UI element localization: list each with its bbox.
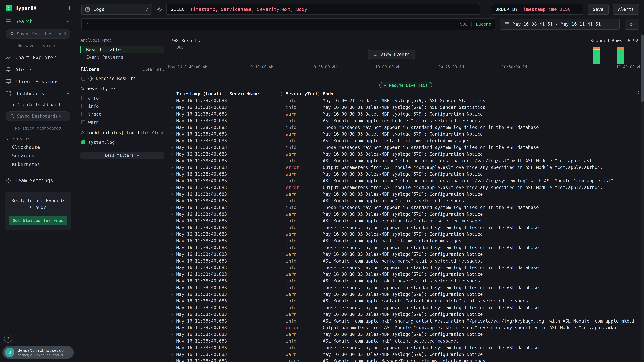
sidebar-item-alerts[interactable]: Alerts (0, 63, 76, 75)
checkbox[interactable] (81, 76, 85, 81)
preset-item[interactable]: Services (0, 151, 76, 160)
lucene-language-option[interactable]: Lucene (476, 22, 491, 26)
sidebar-collapse-icon[interactable] (64, 5, 70, 11)
mode-results-table[interactable]: Results Table (80, 46, 164, 53)
log-row[interactable]: ›May 16 11:38:40.683 AMtraceASL Module "… (168, 358, 644, 362)
log-row[interactable]: ›May 16 11:38:40.683 AMinfoASL Module "c… (168, 157, 644, 164)
saved-dashboards-box[interactable]: ⌘ K (6, 111, 70, 121)
log-row[interactable]: ›May 16 11:38:40.683 AMinfoASL Module "c… (168, 198, 644, 204)
save-button[interactable]: Save (588, 4, 608, 15)
log-row[interactable]: ›May 16 11:38:40.683 AMerrorOutput param… (168, 324, 644, 331)
row-expand-icon[interactable]: › (171, 305, 176, 310)
query-settings-gear-icon[interactable] (156, 6, 162, 12)
log-row[interactable]: ›May 16 11:38:40.683 AMwarnMay 16 00:30:… (168, 331, 644, 338)
row-expand-icon[interactable]: › (171, 285, 176, 290)
log-row[interactable]: ›May 16 11:38:40.683 AMerrorOutput param… (168, 184, 644, 191)
log-row[interactable]: ›May 16 11:38:40.683 AMwarnMay 16 00:30:… (168, 131, 644, 137)
sidebar-item-dashboards[interactable]: Dashboards (0, 87, 76, 100)
row-expand-icon[interactable]: › (171, 225, 176, 230)
alerts-button[interactable]: Alerts (613, 4, 639, 15)
log-row[interactable]: ›May 16 11:38:40.683 AMinfoThose message… (168, 284, 644, 291)
run-query-button[interactable]: ▷ (625, 18, 639, 30)
log-row[interactable]: ›May 16 11:38:40.683 AMinfoASL Module "c… (168, 278, 644, 284)
clear-group-link[interactable]: Clear (152, 130, 164, 135)
log-row[interactable]: ›May 16 11:38:40.683 AMinfoThose message… (168, 144, 644, 151)
row-expand-icon[interactable]: › (171, 125, 176, 130)
row-expand-icon[interactable]: › (171, 105, 176, 110)
row-expand-icon[interactable]: › (171, 265, 176, 270)
log-row[interactable]: ›May 16 11:38:40.683 AMwarnMay 16 00:30:… (168, 251, 644, 258)
log-row[interactable]: ›May 16 11:38:40.683 AMinfoASL Module "c… (168, 178, 644, 184)
saved-searches-box[interactable]: ⌘ K (6, 29, 70, 39)
log-row[interactable]: ›May 16 11:38:40.683 AMinfoASL Module "c… (168, 338, 644, 345)
create-dashboard-button[interactable]: + Create Dashboard (0, 100, 76, 110)
row-expand-icon[interactable]: › (171, 111, 176, 117)
filter-option[interactable]: warn (80, 118, 164, 126)
less-filters-button[interactable]: Less filters (80, 152, 164, 159)
row-expand-icon[interactable]: › (171, 138, 176, 143)
checkbox[interactable] (81, 96, 85, 100)
saved-dashboards-input[interactable] (17, 114, 57, 118)
row-expand-icon[interactable]: › (171, 245, 176, 250)
presets-toggle[interactable]: PRESETS (0, 134, 76, 143)
row-expand-icon[interactable]: › (171, 339, 176, 344)
row-expand-icon[interactable]: › (171, 258, 176, 264)
source-select[interactable]: Logs (81, 4, 152, 15)
log-row[interactable]: ›May 16 11:38:40.683 AMinfoASL Module "c… (168, 318, 644, 324)
histogram-bar[interactable] (592, 46, 600, 63)
log-row[interactable]: ›May 16 11:38:40.683 AMinfoMay 16 00:06:… (168, 104, 644, 111)
row-expand-icon[interactable]: › (171, 232, 176, 237)
row-expand-icon[interactable]: › (171, 298, 176, 304)
date-range-picker[interactable]: May 16 08:41:51 - May 16 11:41:51 (500, 18, 620, 30)
log-row[interactable]: ›May 16 11:38:40.683 AMinfoThose message… (168, 304, 644, 311)
log-row[interactable]: ›May 16 11:38:40.683 AMerrorOutput param… (168, 164, 644, 171)
filter-group-logattributes[interactable]: LogAttributes['log.file.nam Clear (80, 130, 164, 135)
clear-all-filters-link[interactable]: Clear all (142, 67, 164, 72)
order-by-input[interactable]: ORDER BY TimestampTime DESC (491, 4, 584, 15)
filter-option[interactable]: trace (80, 110, 164, 118)
row-expand-icon[interactable]: › (171, 272, 176, 277)
checkbox[interactable] (81, 120, 85, 124)
row-expand-icon[interactable]: › (171, 325, 176, 330)
log-row[interactable]: ›May 16 11:38:40.683 AMwarnMay 16 00:30:… (168, 151, 644, 157)
saved-searches-input[interactable] (17, 31, 57, 36)
chevron-up-icon[interactable] (66, 91, 70, 96)
log-row[interactable]: ›May 16 11:38:40.683 AMwarnMay 16 00:30:… (168, 231, 644, 238)
log-row[interactable]: ›May 16 11:38:40.683 AMwarnMay 16 00:30:… (168, 271, 644, 278)
sidebar-item-chart-explorer[interactable]: Chart Explorer (0, 51, 76, 63)
row-expand-icon[interactable]: › (171, 352, 176, 357)
help-button[interactable]: ? (4, 335, 12, 343)
checkbox[interactable] (81, 140, 85, 144)
log-row[interactable]: ›May 16 11:38:40.683 AMinfoASL Module "c… (168, 298, 644, 304)
filter-group-severity[interactable]: SeverityText (80, 86, 164, 91)
sql-language-option[interactable]: SQL (460, 22, 468, 26)
log-row[interactable]: ›May 16 11:38:40.683 AMwarnMay 16 00:30:… (168, 171, 644, 178)
row-expand-icon[interactable]: › (171, 145, 176, 150)
row-expand-icon[interactable]: › (171, 332, 176, 337)
row-expand-icon[interactable]: › (171, 171, 176, 177)
log-row[interactable]: ›May 16 11:38:40.683 AMinfoThose message… (168, 244, 644, 251)
log-row[interactable]: ›May 16 11:38:40.683 AMinfoThose message… (168, 124, 644, 131)
log-row[interactable]: ›May 16 11:38:40.683 AMinfoASL Module "c… (168, 238, 644, 244)
checkbox[interactable] (81, 104, 85, 108)
row-expand-icon[interactable]: › (171, 218, 176, 224)
log-row[interactable]: ›May 16 11:38:40.683 AMwarnMay 16 00:30:… (168, 311, 644, 318)
log-row[interactable]: ›May 16 11:38:40.683 AMinfoMay 16 00:21:… (168, 97, 644, 104)
row-expand-icon[interactable]: › (171, 165, 176, 170)
log-row[interactable]: ›May 16 11:38:40.683 AMinfoASL Module "c… (168, 258, 644, 264)
row-expand-icon[interactable]: › (171, 312, 176, 317)
checkbox[interactable] (81, 112, 85, 116)
log-row[interactable]: ›May 16 11:38:40.683 AMinfoASL Module "c… (168, 217, 644, 224)
select-clause-input[interactable]: SELECT Timestamp, ServiceName, SeverityT… (166, 4, 480, 15)
row-expand-icon[interactable]: › (171, 252, 176, 257)
log-row[interactable]: ›May 16 11:38:40.683 AMinfoThose message… (168, 224, 644, 231)
filter-option[interactable]: info (80, 102, 164, 110)
denoise-results-toggle[interactable]: Denoise Results (81, 76, 164, 81)
row-expand-icon[interactable]: › (171, 212, 176, 217)
user-menu[interactable]: D demos@clickhouse.com demos@clickhouse.… (2, 346, 74, 359)
scrollbar-track[interactable] (641, 34, 644, 361)
row-expand-icon[interactable]: › (171, 178, 176, 183)
row-expand-icon[interactable]: › (171, 192, 176, 197)
log-row[interactable]: ›May 16 11:38:40.683 AMwarnMay 16 00:30:… (168, 111, 644, 117)
row-expand-icon[interactable]: › (171, 238, 176, 244)
